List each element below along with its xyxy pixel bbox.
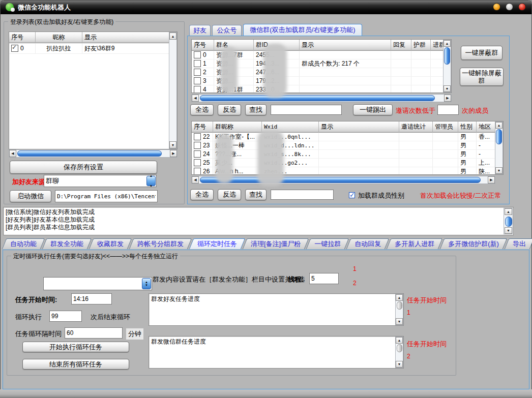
scroll-right-icon[interactable]: ▶	[488, 176, 495, 183]
tab-friends[interactable]: 好友	[189, 25, 211, 36]
log-vscrollbar[interactable]: ▲ ▼	[504, 208, 513, 234]
log-box[interactable]: [微信系统]微信好友列表加载完成 [好友列表]好友基本信息加载完成 [群员列表]…	[3, 207, 514, 235]
tab-clean-zombie-fans[interactable]: 清理[备注]僵尸粉	[245, 238, 307, 249]
row-checkbox[interactable]	[194, 133, 201, 140]
row-checkbox[interactable]	[194, 159, 201, 166]
tab-one-click-pull-group[interactable]: 一键拉群	[308, 238, 347, 249]
group-select-all-button[interactable]: 全选	[190, 104, 214, 115]
group-task-progress-box[interactable]: 群发微信群任务进度 ▲ ▼	[149, 336, 404, 369]
start-time-input[interactable]	[71, 293, 112, 304]
scroll-thumb[interactable]	[496, 129, 502, 144]
row-checkbox[interactable]	[194, 60, 201, 67]
close-button[interactable]	[518, 3, 526, 11]
scroll-left-icon[interactable]: ◀	[192, 95, 199, 102]
login-row[interactable]: 0 扒拉扒拉 好友\36群9	[9, 43, 177, 54]
kick-button[interactable]: 一键踢出	[353, 104, 393, 115]
group-table-hscrollbar[interactable]: ◀ ▶	[191, 94, 452, 102]
scroll-left-icon[interactable]: ◀	[192, 176, 199, 183]
task-target-combobox[interactable]: ▲▼	[43, 277, 152, 290]
member-row[interactable]: 25 莫少... wxid...go2... 男 上...	[192, 159, 503, 167]
scroll-thumb[interactable]	[200, 95, 435, 101]
member-search-input[interactable]	[271, 190, 334, 200]
group-find-button[interactable]: 查找	[245, 104, 267, 115]
loop-count-input[interactable]	[49, 311, 82, 322]
row-checkbox[interactable]	[194, 142, 201, 149]
scroll-down-icon[interactable]: ▼	[505, 227, 512, 234]
minimize-button[interactable]	[493, 3, 500, 11]
scroll-down-icon[interactable]: ▼	[444, 85, 451, 92]
group-search-input[interactable]	[271, 105, 342, 115]
add-friend-source-combobox[interactable]: 群聊 ▲▼	[44, 175, 157, 187]
row-checkbox[interactable]	[194, 77, 201, 84]
save-all-settings-button[interactable]: 保存所有设置	[10, 161, 157, 174]
scroll-up-icon[interactable]: ▲	[505, 208, 512, 215]
thread-count-input[interactable]	[309, 273, 339, 284]
interval-label: 任务循环隔时间	[15, 329, 62, 339]
scroll-down-icon[interactable]: ▼	[396, 318, 403, 325]
tab-official-accounts[interactable]: 公众号	[212, 25, 242, 36]
member-table-vscrollbar[interactable]: ▲ ▼	[495, 121, 503, 174]
login-table-hscrollbar[interactable]: ◀ ▶	[9, 149, 178, 158]
tab-auto-reply[interactable]: 自动回复	[348, 238, 387, 249]
tab-cross-account-group-send[interactable]: 跨帐号分组群发	[131, 238, 190, 249]
wechat-path-input[interactable]	[55, 190, 158, 202]
row-checkbox[interactable]	[194, 51, 201, 58]
scroll-up-icon[interactable]: ▲	[396, 294, 403, 301]
progress1-vscrollbar[interactable]: ▲ ▼	[395, 294, 403, 325]
friend-task-progress-box[interactable]: 群发好友任务进度 ▲ ▼	[149, 293, 404, 326]
tab-loop-timer-tasks[interactable]: 循环定时任务	[191, 238, 243, 249]
member-row[interactable]: 23 妖怪...一棒 wxid_d...ldn... 男 -	[192, 141, 503, 150]
tab-favorites-send[interactable]: 收藏群发	[91, 238, 130, 249]
load-gender-checkbox[interactable]	[349, 192, 355, 198]
unshield-groups-button[interactable]: 一键解除屏蔽群	[460, 68, 504, 86]
scroll-down-icon[interactable]: ▼	[495, 167, 503, 174]
login-table-vscrollbar[interactable]: ▲ ▼	[169, 32, 177, 149]
invite-count-input[interactable]	[437, 105, 459, 115]
combobox-arrows-icon[interactable]: ▲▼	[142, 278, 151, 289]
tab-multi-new-member-join[interactable]: 多开新人进群	[389, 238, 440, 249]
scroll-down-icon[interactable]: ▼	[169, 141, 176, 148]
scroll-right-icon[interactable]: ▶	[444, 95, 451, 102]
scroll-thumb[interactable]	[200, 177, 481, 183]
progress2-vscrollbar[interactable]: ▲ ▼	[395, 336, 403, 368]
scroll-up-icon[interactable]: ▲	[169, 33, 176, 40]
stop-all-loop-task-button[interactable]: 结束所有循环任务	[22, 359, 129, 370]
interval-input[interactable]	[65, 327, 123, 339]
scroll-thumb[interactable]	[444, 47, 450, 65]
member-table: 序号 群昵称 Wxid 显示 邀请统计 管理员 性别 地区 22 KK工作室-【…	[191, 121, 504, 175]
group-table-vscrollbar[interactable]: ▲ ▼	[443, 40, 451, 93]
tab-multi-wechat-guard-group[interactable]: 多开微信护群(新)	[442, 238, 505, 249]
login-row-checkbox[interactable]	[11, 45, 18, 52]
member-find-button[interactable]: 查找	[245, 189, 267, 200]
scroll-thumb[interactable]	[17, 150, 162, 157]
scroll-up-icon[interactable]: ▲	[396, 337, 403, 344]
member-invert-select-button[interactable]: 反选	[218, 189, 241, 200]
member-row[interactable]: 24 ???...涨... wxid_s...8k... 男 -	[192, 150, 503, 159]
launch-wechat-button[interactable]: 启动微信	[10, 190, 51, 202]
maximize-button[interactable]	[506, 3, 513, 11]
row-checkbox[interactable]	[194, 69, 201, 76]
row-checkbox[interactable]	[194, 168, 201, 175]
member-row[interactable]: 22 KK工作室-【... wxid...0qnl... 男 香...	[192, 133, 503, 141]
scroll-thumb[interactable]	[397, 301, 402, 310]
scroll-left-icon[interactable]: ◀	[9, 150, 16, 157]
member-table-hscrollbar[interactable]: ◀ ▶	[191, 176, 495, 184]
start-loop-task-button[interactable]: 开始执行循环任务	[22, 342, 129, 352]
tab-wechat-groups[interactable]: 微信群(双击加载群员/右键更多功能)	[243, 24, 362, 36]
scroll-right-icon[interactable]: ▶	[170, 150, 177, 157]
member-row[interactable]: 26 Alw...n h... zhen... 男 陕...	[192, 167, 503, 175]
row-checkbox[interactable]	[194, 150, 201, 158]
member-select-all-button[interactable]: 全选	[190, 189, 214, 200]
scroll-thumb[interactable]	[505, 217, 512, 227]
tab-export[interactable]: 导出	[507, 238, 532, 249]
scroll-thumb[interactable]	[397, 344, 402, 352]
combobox-arrows-icon[interactable]: ▲▼	[146, 176, 156, 186]
tab-auto-functions[interactable]: 自动功能	[4, 238, 43, 249]
row-checkbox[interactable]	[194, 86, 201, 93]
scroll-down-icon[interactable]: ▼	[396, 361, 403, 368]
scroll-up-icon[interactable]: ▲	[444, 40, 451, 47]
group-invert-select-button[interactable]: 反选	[218, 104, 241, 115]
tab-mass-send-all[interactable]: 群发全功能	[44, 238, 90, 249]
shield-groups-button[interactable]: 一键屏蔽群	[461, 46, 503, 60]
scroll-up-icon[interactable]: ▲	[495, 122, 503, 129]
